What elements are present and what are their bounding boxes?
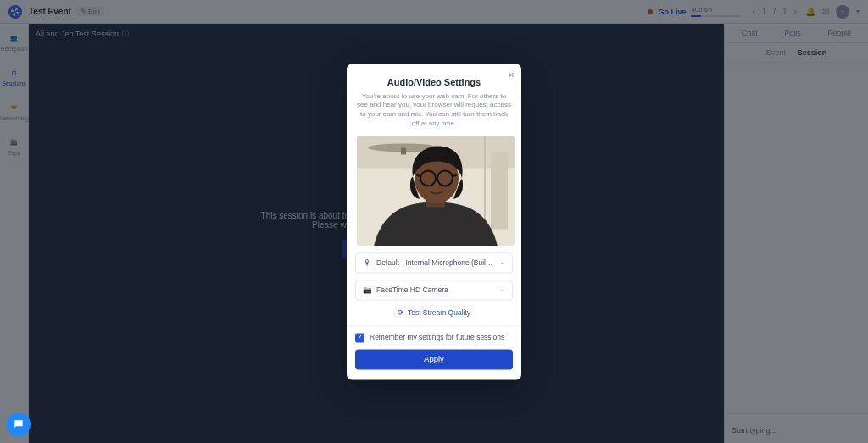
microphone-icon: 🎙 xyxy=(363,258,371,267)
camera-value: FaceTime HD Camera xyxy=(376,285,494,294)
help-chat-button[interactable] xyxy=(7,413,31,436)
microphone-select[interactable]: 🎙 Default - Internal Microphone (Built-i… xyxy=(355,252,513,273)
chevron-down-icon: ⌄ xyxy=(499,286,505,294)
test-stream-link[interactable]: ⟳ Test Stream Quality xyxy=(347,308,521,317)
remember-label: Remember my settings for future sessions xyxy=(370,334,504,342)
camera-icon: 📷 xyxy=(363,285,371,294)
chat-bubble-icon xyxy=(13,418,25,430)
modal-description: You're about to use your web cam. For ot… xyxy=(357,92,511,129)
microphone-value: Default - Internal Microphone (Built-in) xyxy=(376,258,494,267)
checkbox-checked-icon: ✓ xyxy=(355,333,364,342)
camera-preview xyxy=(357,136,515,246)
close-icon[interactable]: ✕ xyxy=(508,70,515,80)
svg-rect-3 xyxy=(401,147,406,154)
speedometer-icon: ⟳ xyxy=(398,308,404,317)
apply-button[interactable]: Apply xyxy=(355,349,513,369)
chevron-down-icon: ⌄ xyxy=(499,259,505,267)
svg-rect-5 xyxy=(491,152,508,229)
modal-title: Audio/Video Settings xyxy=(357,77,511,87)
remember-settings-checkbox[interactable]: ✓ Remember my settings for future sessio… xyxy=(355,333,513,342)
av-settings-modal: ✕ Audio/Video Settings You're about to u… xyxy=(347,64,521,379)
camera-select[interactable]: 📷 FaceTime HD Camera ⌄ xyxy=(355,280,513,300)
